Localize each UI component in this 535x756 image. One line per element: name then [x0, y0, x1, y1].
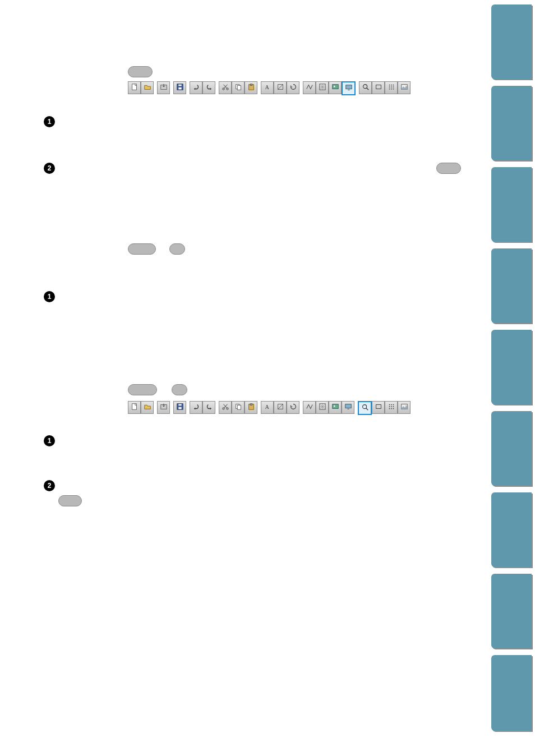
copy-icon	[234, 83, 242, 93]
svg-text:A: A	[265, 403, 269, 409]
pill-marker	[128, 243, 156, 255]
svg-line-50	[278, 404, 283, 409]
svg-rect-23	[376, 85, 381, 89]
monitor-button[interactable]	[342, 81, 356, 95]
svg-point-65	[389, 408, 390, 409]
new-button[interactable]	[128, 81, 141, 94]
stitch-icon	[306, 403, 313, 413]
stitch-button[interactable]	[303, 401, 316, 414]
preview-button[interactable]	[329, 401, 342, 414]
svg-point-25	[391, 84, 392, 85]
resize-icon	[276, 83, 284, 93]
svg-point-62	[389, 406, 390, 407]
rotate-icon	[289, 403, 297, 413]
rotate-button[interactable]	[287, 81, 299, 94]
rect-button[interactable]	[372, 81, 385, 94]
save-button[interactable]	[173, 81, 186, 94]
svg-point-26	[393, 84, 394, 85]
redo-button[interactable]	[202, 401, 215, 414]
undo-button[interactable]	[190, 81, 202, 94]
tab-7[interactable]	[491, 492, 532, 567]
import-button[interactable]	[157, 401, 170, 414]
tab-1[interactable]	[491, 4, 532, 79]
cut-button[interactable]	[219, 401, 232, 414]
step-number: 2	[44, 480, 55, 491]
import-button[interactable]	[157, 81, 170, 94]
svg-rect-38	[178, 407, 181, 409]
tab-5[interactable]	[491, 330, 532, 404]
tab-2[interactable]	[491, 86, 532, 160]
paste-button[interactable]	[245, 401, 257, 414]
svg-rect-45	[237, 405, 241, 409]
undo-button[interactable]	[190, 401, 202, 414]
import-icon	[160, 403, 168, 413]
tab-3[interactable]	[491, 167, 532, 242]
svg-point-27	[389, 86, 390, 87]
zoom-button[interactable]	[358, 401, 372, 415]
open-button[interactable]	[141, 81, 154, 94]
svg-rect-12	[250, 84, 252, 85]
text-icon: A	[264, 403, 271, 413]
svg-point-53	[333, 405, 335, 407]
svg-point-21	[363, 84, 367, 88]
pill-marker	[172, 384, 187, 395]
svg-rect-0	[132, 84, 136, 90]
dots-button[interactable]	[385, 401, 398, 414]
rotate-button[interactable]	[287, 401, 299, 414]
copy-button[interactable]	[232, 401, 245, 414]
paste-button[interactable]	[245, 81, 257, 94]
rect-icon	[375, 83, 382, 93]
copy-button[interactable]	[232, 81, 245, 94]
copy-icon	[234, 403, 242, 413]
text-button[interactable]: A	[261, 401, 274, 414]
svg-rect-35	[132, 403, 136, 409]
pattern-button[interactable]	[316, 81, 329, 94]
monitor-icon	[344, 403, 352, 413]
import-icon	[160, 83, 168, 93]
svg-point-66	[391, 408, 392, 409]
save-button[interactable]	[173, 401, 186, 414]
open-icon	[144, 403, 151, 413]
monitor-button[interactable]	[342, 401, 354, 414]
toolbar: A	[128, 81, 411, 95]
rect-button[interactable]	[372, 401, 385, 414]
svg-rect-17	[332, 84, 338, 89]
pattern-icon	[319, 403, 326, 413]
svg-point-63	[391, 406, 392, 407]
pattern-icon	[319, 83, 326, 93]
image-button[interactable]	[398, 401, 411, 414]
dots-button[interactable]	[385, 81, 398, 94]
svg-point-24	[389, 84, 390, 85]
image-button[interactable]	[398, 81, 411, 94]
resize-button[interactable]	[274, 401, 287, 414]
svg-point-29	[393, 86, 394, 87]
stitch-icon	[306, 83, 313, 93]
svg-point-67	[393, 408, 394, 409]
text-button[interactable]: A	[261, 81, 274, 94]
cut-icon	[222, 83, 229, 93]
pattern-button[interactable]	[316, 401, 329, 414]
svg-rect-20	[348, 89, 350, 90]
new-button[interactable]	[128, 401, 141, 414]
open-icon	[144, 83, 151, 93]
open-button[interactable]	[141, 401, 154, 414]
tab-9[interactable]	[491, 655, 532, 731]
stitch-button[interactable]	[303, 81, 316, 94]
rotate-icon	[289, 83, 297, 93]
svg-rect-10	[237, 85, 241, 90]
svg-point-18	[333, 85, 335, 87]
redo-icon	[205, 403, 213, 413]
tab-6[interactable]	[491, 411, 532, 486]
redo-button[interactable]	[202, 81, 215, 94]
svg-point-31	[391, 88, 392, 89]
preview-button[interactable]	[329, 81, 342, 94]
tab-8[interactable]	[491, 574, 532, 648]
cut-button[interactable]	[219, 81, 232, 94]
redo-icon	[205, 83, 213, 93]
save-icon	[176, 83, 184, 93]
svg-text:A: A	[265, 84, 269, 90]
svg-rect-3	[178, 87, 181, 89]
tab-4[interactable]	[491, 248, 532, 323]
resize-button[interactable]	[274, 81, 287, 94]
zoom-button[interactable]	[359, 81, 372, 94]
